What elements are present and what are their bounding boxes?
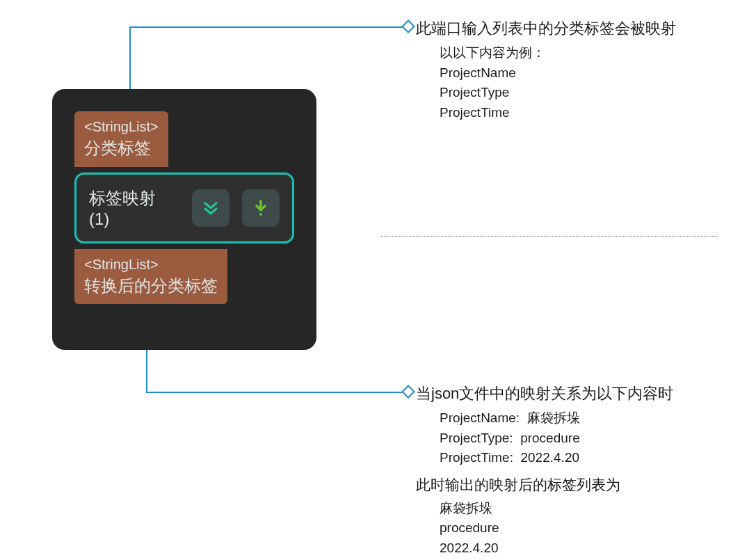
svg-point-0 — [259, 213, 262, 216]
connector-horizontal-bottom — [146, 392, 405, 393]
input-port[interactable]: <StringList> 分类标签 — [74, 111, 168, 167]
callout-top-item: ProjectName — [440, 63, 722, 83]
callout-bottom-result: 麻袋拆垛 — [440, 499, 722, 519]
callout-top: 此端口输入列表中的分类标签会被映射 以以下内容为例： ProjectName P… — [416, 18, 722, 122]
callout-bottom-mapping: ProjectType: procedure — [440, 429, 722, 449]
import-button[interactable] — [242, 189, 280, 227]
download-arrow-icon — [251, 198, 271, 218]
input-port-type: <StringList> — [84, 117, 159, 136]
callout-top-subtitle: 以以下内容为例： — [440, 43, 722, 63]
output-port[interactable]: <StringList> 转换后的分类标签 — [74, 249, 227, 305]
expand-button[interactable] — [192, 189, 230, 227]
center-label: 标签映射 (1) — [89, 187, 179, 229]
dotted-divider — [381, 236, 718, 237]
callout-bottom-result: 2022.4.20 — [440, 538, 722, 559]
callout-top-item: ProjectType — [440, 83, 722, 103]
connector-horizontal-top — [129, 26, 405, 28]
double-chevron-down-icon — [201, 198, 220, 218]
callout-bottom: 当json文件中的映射关系为以下内容时 ProjectName: 麻袋拆垛 Pr… — [416, 383, 722, 558]
node-center-block: 标签映射 (1) — [74, 173, 294, 243]
connector-endpoint-top-right — [401, 19, 415, 33]
callout-top-title: 此端口输入列表中的分类标签会被映射 — [416, 18, 722, 39]
connector-endpoint-bottom-right — [401, 385, 415, 399]
callout-bottom-result: procedure — [440, 518, 722, 538]
callout-top-item: ProjectTime — [440, 103, 722, 123]
callout-bottom-result-title: 此时输出的映射后的标签列表为 — [416, 475, 722, 495]
output-port-type: <StringList> — [84, 255, 218, 274]
input-port-label: 分类标签 — [84, 136, 159, 160]
callout-bottom-mapping: ProjectName: 麻袋拆垛 — [440, 408, 722, 429]
callout-bottom-mapping: ProjectTime: 2022.4.20 — [440, 448, 722, 468]
output-port-label: 转换后的分类标签 — [84, 274, 218, 298]
callout-bottom-title: 当json文件中的映射关系为以下内容时 — [416, 383, 722, 404]
node-panel: <StringList> 分类标签 标签映射 (1) <StringList> — [52, 89, 316, 350]
